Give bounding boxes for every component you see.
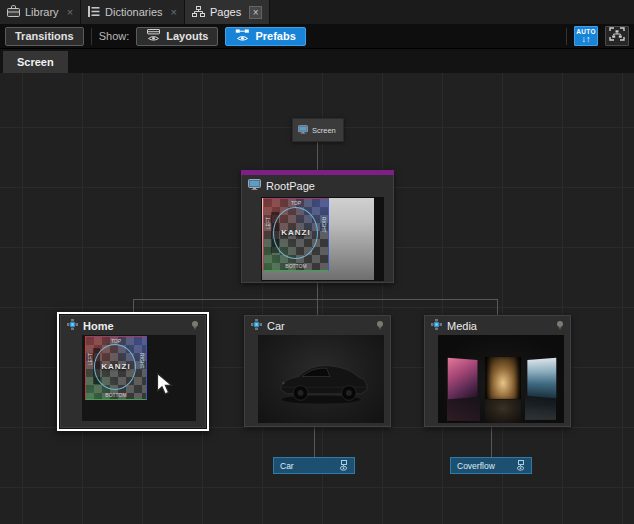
tab-library[interactable]: Library × — [0, 0, 81, 24]
car-node[interactable]: Car — [244, 315, 391, 427]
pages-toolbar: Transitions Show: Layouts Prefabs AUTO ↓… — [0, 24, 634, 49]
list-icon — [88, 6, 100, 19]
rootpage-label: RootPage — [266, 180, 315, 192]
media-node[interactable]: Media — [424, 315, 571, 427]
home-label: Home — [83, 320, 114, 332]
prefab-reference-icon — [516, 460, 525, 471]
tab-label: Pages — [210, 6, 241, 18]
auto-arrange-button[interactable]: AUTO ↓↑ — [574, 26, 598, 46]
connector-car-ref — [314, 427, 315, 457]
layouts-eye-icon — [146, 29, 161, 44]
checker-bottom-label: BOTTOM — [86, 392, 146, 398]
rootpage-thumbnail: TOP BOTTOM RIGHT LEFT KANZI — [261, 197, 384, 281]
monitor-icon — [298, 125, 308, 136]
connector-car-drop — [317, 299, 318, 315]
rootpage-accent-bar — [241, 170, 394, 175]
transitions-button[interactable]: Transitions — [5, 27, 84, 46]
coverflow-reflection — [525, 397, 557, 420]
hierarchy-icon — [192, 6, 205, 19]
home-thumbnail: TOP BOTTOM RIGHT LEFT KANZI — [82, 335, 196, 421]
coverflow-ref-label: Coverflow — [457, 461, 495, 471]
kanzi-brand-label: KANZI — [86, 362, 146, 371]
media-label: Media — [447, 320, 477, 332]
prefabs-label: Prefabs — [255, 30, 295, 42]
screen-node-label: Screen — [312, 126, 336, 135]
pages-panel: Library × Dictionaries × Pages × Transit… — [0, 0, 634, 524]
connector-children-rail — [133, 299, 498, 300]
media-header: Media — [425, 316, 570, 335]
car-thumbnail — [258, 335, 384, 423]
coverflow-cover-left — [448, 358, 478, 399]
tab-bar-filler — [270, 0, 634, 24]
prefabs-eye-icon — [235, 29, 250, 44]
rootpage-header: RootPage — [242, 176, 393, 195]
kanzi-brand-label: KANZI — [264, 228, 328, 237]
kanzi-checker-preview: TOP BOTTOM RIGHT LEFT KANZI — [263, 198, 329, 271]
panel-tab-bar: Library × Dictionaries × Pages × — [0, 0, 634, 24]
coverflow-cover-center — [485, 357, 522, 399]
prefab-reference-icon — [339, 460, 348, 471]
connector-home-drop — [133, 299, 134, 312]
connector-screen-rootpage — [317, 142, 318, 170]
tab-pages[interactable]: Pages × — [185, 0, 270, 24]
breadcrumb-label: Screen — [17, 56, 54, 68]
kanzi-checker-preview: TOP BOTTOM RIGHT LEFT KANZI — [85, 336, 147, 400]
close-icon[interactable]: × — [249, 6, 262, 19]
toolbar-divider — [91, 28, 92, 45]
lightbulb-icon[interactable] — [376, 320, 384, 331]
layouts-label: Layouts — [166, 30, 208, 42]
breadcrumb-bar: Screen — [0, 49, 634, 73]
fit-view-icon — [609, 27, 625, 45]
lightbulb-icon[interactable] — [191, 320, 199, 331]
layouts-toggle-button[interactable]: Layouts — [136, 27, 218, 46]
home-node[interactable]: Home TOP BOTTOM RIGHT LEFT KANZI — [60, 315, 206, 428]
car-prefab-reference[interactable]: Car — [273, 457, 355, 474]
tab-label: Library — [25, 6, 59, 18]
breadcrumb-screen[interactable]: Screen — [3, 51, 68, 73]
coverflow-reflection — [485, 400, 522, 423]
close-icon[interactable]: × — [171, 6, 177, 18]
tab-dictionaries[interactable]: Dictionaries × — [81, 0, 185, 24]
transitions-label: Transitions — [15, 30, 74, 42]
page-graph-canvas[interactable]: Screen RootPage TOP BOTTOM RIGHT LEFT — [0, 73, 634, 524]
home-header: Home — [61, 316, 205, 335]
toolbar-divider — [566, 28, 567, 45]
checker-bottom-label: BOTTOM — [264, 263, 328, 269]
coverflow-cover-right — [527, 358, 555, 398]
monitor-icon — [248, 179, 261, 192]
prefab-icon — [67, 319, 78, 332]
connector-rootpage-down — [317, 283, 318, 299]
car-ref-label: Car — [280, 461, 294, 471]
toolbox-icon — [7, 5, 20, 19]
show-label: Show: — [99, 30, 130, 42]
prefabs-toggle-button[interactable]: Prefabs — [225, 27, 305, 46]
coverflow-reflection — [447, 398, 480, 421]
coverflow-prefab-reference[interactable]: Coverflow — [450, 457, 532, 474]
tab-label: Dictionaries — [105, 6, 162, 18]
media-thumbnail — [438, 335, 564, 423]
prefab-icon — [431, 319, 442, 332]
screen-node[interactable]: Screen — [292, 118, 344, 142]
car-header: Car — [245, 316, 390, 335]
close-icon[interactable]: × — [67, 6, 73, 18]
home-node-selected[interactable]: Home TOP BOTTOM RIGHT LEFT KANZI — [57, 312, 209, 431]
connector-media-drop — [497, 299, 498, 315]
lightbulb-icon[interactable] — [556, 320, 564, 331]
car-label: Car — [267, 320, 285, 332]
connector-coverflow-ref — [491, 427, 492, 457]
auto-arrows-icon: ↓↑ — [582, 35, 591, 44]
mouse-cursor-icon — [156, 372, 174, 402]
checker-top-label: TOP — [264, 200, 328, 206]
fit-to-view-button[interactable] — [605, 26, 629, 46]
sports-car-image — [266, 347, 376, 415]
prefab-icon — [251, 319, 262, 332]
rootpage-node[interactable]: RootPage TOP BOTTOM RIGHT LEFT KANZI — [241, 170, 394, 283]
checker-top-label: TOP — [86, 338, 146, 344]
